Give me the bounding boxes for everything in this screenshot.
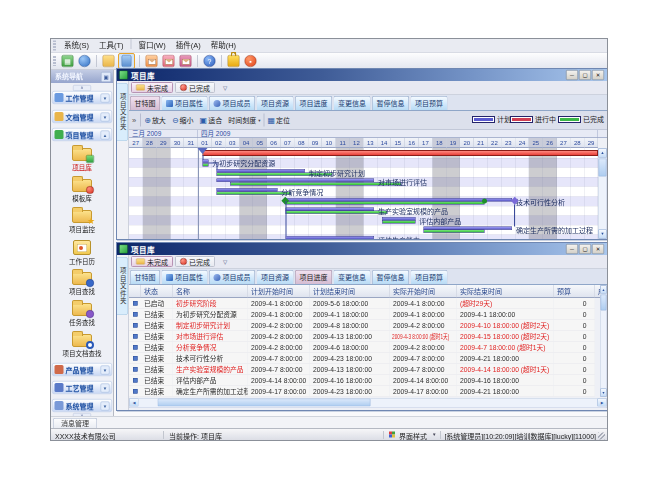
filter-unfinished-button[interactable]: 未完成: [131, 256, 173, 267]
tab-budget[interactable]: 项目预算: [411, 96, 448, 110]
gantt-vscrollbar[interactable]: ▲▼: [598, 148, 607, 239]
help-icon[interactable]: ?: [204, 55, 216, 67]
table-hscrollbar[interactable]: ◀▶: [129, 398, 607, 408]
sidebar-item-project-monitor[interactable]: ★项目监控: [51, 206, 113, 235]
expand-arrow-icon[interactable]: ▼: [101, 402, 110, 411]
sidebar-panel-project-management[interactable]: 项目管理▲: [52, 128, 112, 141]
table-row[interactable]: 已结束为初步研究分配资源2009-4-1 8:00:002009-4-1 18:…: [129, 309, 595, 320]
lock-icon[interactable]: [228, 55, 240, 67]
table-row[interactable]: 已结束对市场进行评估2009-4-2 8:00:002009-4-13 18:0…: [129, 331, 595, 342]
sidebar-panel-work-management[interactable]: 工作管理▼: [52, 91, 112, 104]
scroll-up-icon[interactable]: ▲: [601, 286, 607, 294]
tab-change-info[interactable]: 变更信息: [334, 270, 371, 284]
ui-style-dropdown-icon[interactable]: ▼: [432, 432, 436, 437]
sidebar-panel-process-management[interactable]: 工艺管理▼: [52, 381, 112, 394]
menu-item-1[interactable]: 工具(T): [94, 39, 129, 52]
tab-properties[interactable]: 项目属性: [162, 270, 208, 284]
scroll-left-icon[interactable]: ◀: [130, 399, 139, 407]
scroll-down-icon[interactable]: ▼: [601, 389, 607, 397]
resize-grip[interactable]: [598, 433, 605, 440]
tab-resources[interactable]: 项目资源: [257, 270, 294, 284]
sidebar-panel-document-management[interactable]: 文档管理▼: [52, 110, 112, 123]
collapse-arrow-icon[interactable]: ▲: [101, 131, 110, 140]
minimize-button[interactable]: ─: [566, 244, 578, 254]
sidebar-item-work-calendar[interactable]: 工作日历: [51, 237, 113, 267]
folder-open-icon[interactable]: [103, 55, 115, 67]
table-row[interactable]: 已结束评估内部产品2009-4-14 8:00:002009-4-16 18:0…: [129, 375, 595, 386]
time-scale-button[interactable]: 时间刻度▾: [228, 115, 260, 125]
close-button[interactable]: ✕: [592, 70, 604, 80]
tab-project-folder[interactable]: 项目文件夹: [117, 83, 128, 141]
tab-pause-info[interactable]: 暂停信息: [372, 96, 409, 110]
sidebar-item-task-search[interactable]: 任务查找: [51, 299, 113, 328]
expand-arrow-icon[interactable]: ▼: [101, 366, 110, 375]
filter-finished-button[interactable]: 已完成: [175, 82, 215, 93]
column-header-6[interactable]: 实际结束时间: [457, 285, 554, 298]
column-header-2[interactable]: 名称: [173, 285, 248, 298]
locate-button[interactable]: ▦定位: [267, 115, 290, 125]
scroll-thumb[interactable]: [158, 399, 371, 407]
filter-dropdown-icon[interactable]: ▽: [223, 258, 227, 265]
tab-project-folder[interactable]: 项目文件夹: [117, 257, 128, 315]
tab-resources[interactable]: 项目资源: [257, 96, 294, 110]
column-header-1[interactable]: 状态: [141, 285, 173, 298]
table-vscrollbar[interactable]: ▲▼: [600, 285, 607, 397]
mail-new-icon[interactable]: [146, 55, 158, 67]
filter-finished-button[interactable]: 已完成: [175, 256, 215, 267]
table-row[interactable]: 已结束技术可行性分析2009-4-7 8:00:002009-4-23 18:0…: [129, 353, 595, 364]
zoom-in-button[interactable]: ⊕放大: [144, 115, 166, 125]
mail-flag-icon[interactable]: [180, 55, 192, 67]
sidebar-item-template-library[interactable]: 模板库: [51, 175, 113, 204]
column-header-0[interactable]: [129, 285, 141, 298]
menu-item-3[interactable]: 窗口(W): [134, 39, 171, 52]
table-row[interactable]: 已结束分析竞争情况2009-4-2 8:00:002009-4-6 18:00:…: [129, 342, 595, 353]
filter-dropdown-icon[interactable]: ▽: [223, 84, 227, 91]
sidebar-item-project-search[interactable]: 项目查找: [51, 268, 113, 297]
menu-item-4[interactable]: 插件(A): [171, 39, 206, 52]
tab-gantt[interactable]: 甘特图: [130, 270, 160, 284]
tab-gantt[interactable]: 甘特图: [130, 96, 160, 110]
tab-progress[interactable]: 项目进度: [295, 270, 332, 284]
filter-unfinished-button[interactable]: 未完成: [131, 82, 173, 93]
expand-arrow-icon[interactable]: ▼: [101, 94, 110, 103]
scroll-right-icon[interactable]: ▶: [598, 399, 607, 407]
tab-members[interactable]: 项目成员: [209, 96, 255, 110]
menu-item-0[interactable]: 系统(S): [59, 39, 94, 52]
maximize-button[interactable]: ▢: [579, 70, 591, 80]
table-row[interactable]: 已结束确定生产所需的加工过程2009-4-17 8:00:002009-4-23…: [129, 386, 595, 397]
tab-members[interactable]: 项目成员: [209, 270, 255, 284]
tab-budget[interactable]: 项目预算: [411, 270, 448, 284]
tab-pause-info[interactable]: 暂停信息: [372, 270, 409, 284]
tab-change-info[interactable]: 变更信息: [334, 96, 371, 110]
zoom-out-button[interactable]: ⊖缩小: [172, 115, 194, 125]
sidebar-item-project-library[interactable]: 项目库: [51, 144, 113, 173]
column-header-3[interactable]: 计划开始时间: [248, 285, 310, 298]
expand-arrow-icon[interactable]: ▼: [101, 384, 110, 393]
sidebar-pin-icon[interactable]: ▣: [101, 72, 111, 82]
expand-arrow-icon[interactable]: ▼: [101, 113, 110, 122]
tab-progress[interactable]: 项目进度: [295, 96, 332, 110]
close-button[interactable]: ✕: [592, 244, 604, 254]
project-folder-button[interactable]: [118, 53, 135, 69]
table-row[interactable]: 已结束生产实验室规模的产品2009-4-7 8:00:002009-4-13 1…: [129, 364, 595, 375]
scroll-down-icon[interactable]: ▼: [599, 230, 607, 239]
column-header-5[interactable]: 实际开始时间: [390, 285, 457, 298]
globe-icon[interactable]: [79, 55, 91, 67]
column-header-7[interactable]: 预算: [554, 285, 595, 298]
sidebar-panel-product-management[interactable]: 产品管理▼: [52, 363, 112, 376]
ui-style-selector[interactable]: 界面样式: [399, 431, 427, 441]
scroll-thumb[interactable]: [599, 159, 607, 177]
exit-icon[interactable]: ▪: [245, 55, 257, 67]
sidebar-item-project-doc-search[interactable]: 项目文档查找: [51, 330, 113, 359]
sidebar-panel-system-management[interactable]: 系统管理▼: [52, 399, 112, 412]
table-row[interactable]: 已结束制定初步研究计划2009-4-2 8:00:002009-4-8 18:0…: [129, 320, 595, 331]
mail-audit-icon[interactable]: [163, 55, 175, 67]
menu-item-5[interactable]: 帮助(H): [206, 39, 241, 52]
scroll-up-icon[interactable]: ▲: [599, 149, 607, 158]
maximize-button[interactable]: ▢: [579, 244, 591, 254]
table-row[interactable]: 已启动初步研究阶段2009-4-1 8:00:002009-5-6 18:00:…: [129, 298, 595, 309]
overflow-chevron[interactable]: »: [132, 116, 136, 125]
tab-properties[interactable]: 项目属性: [162, 96, 208, 110]
fit-button[interactable]: ▣适合: [200, 115, 223, 125]
column-header-4[interactable]: 计划结束时间: [310, 285, 390, 298]
